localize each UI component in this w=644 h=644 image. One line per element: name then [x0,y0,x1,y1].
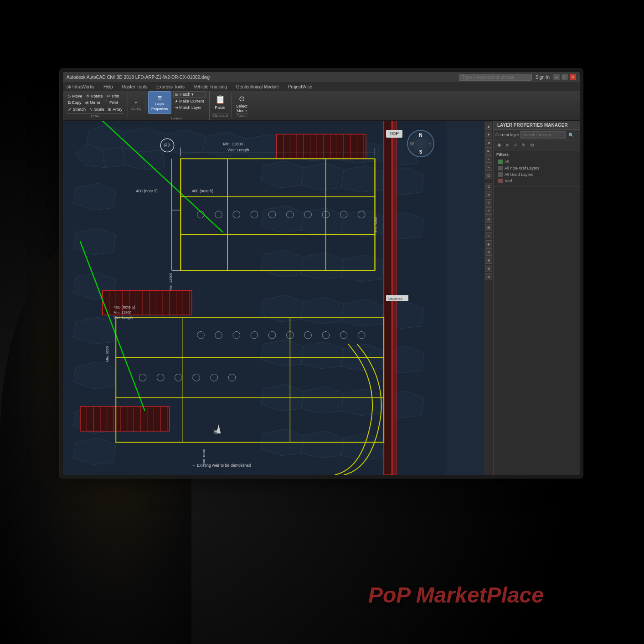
sign-in-text[interactable]: Sign In [536,75,550,80]
scale-button[interactable]: ⤡ Scale [88,107,106,112]
layer-sub-buttons: ⊟ Hatch ▾ ★ Make Current ⇥ Match Layer [173,91,206,110]
fillet-button[interactable]: ⌒ Fillet [103,99,120,106]
filter-used[interactable]: All Used Layers [496,171,577,178]
trim-button[interactable]: ✂ Trim [105,93,121,99]
move-button[interactable]: ▷ Move [67,93,84,99]
zoom-in-button[interactable]: + [485,155,492,163]
compass-west: W [410,141,414,146]
tool-button-12[interactable]: ⊚ [485,273,492,280]
scroll-up-button[interactable]: ▲ [485,123,492,130]
tool-button-7[interactable]: ≡ [485,232,492,239]
compass-widget: N S E W [407,130,434,157]
menu-help[interactable]: Help [102,83,115,90]
cad-drawing-area[interactable]: P2 400 (note 5) 400 (note 5) Min. 11800 … [63,121,446,475]
tool-button-10[interactable]: ⊗ [485,257,492,264]
ribbon-clipboard-group: 📋 Paste Clipboard [212,94,232,118]
ribbon-row-2: ⧉ Copy ⇌ Mirror ⌒ Fillet [67,99,124,106]
tool-button-3[interactable]: ✎ [485,199,492,206]
filter-all-icon [498,160,503,164]
tool-button-1[interactable]: ⊙ [485,183,492,190]
pan-left-button[interactable]: ◄ [485,139,492,146]
refresh-button[interactable]: ↻ [520,142,527,149]
svg-text:P2: P2 [164,143,170,148]
tool-button-9[interactable]: ⊘ [485,248,492,256]
monitor-bezel: Autodesk AutoCAD Civil 3D 2018 LFD-ARP-Z… [59,68,583,479]
ribbon-row-1: ▷ Move ↻ Rotate ✂ Trim [67,93,124,99]
compass-south: S [419,149,422,155]
tool-button-2[interactable]: ⊕ [485,191,492,198]
new-layer-button[interactable]: ✚ [495,142,503,149]
compass-north: N [419,133,422,138]
paste-button[interactable]: 📋 Paste [213,94,227,112]
svg-text:Weir Length: Weir Length [227,148,249,152]
svg-marker-12 [143,150,165,170]
zoom-out-button[interactable]: − [485,164,492,171]
filter-xref-icon [498,179,503,183]
menu-projectwise[interactable]: ProjectWise [286,83,314,90]
window-controls: ─ □ ✕ [553,74,576,80]
search-input[interactable] [459,74,532,81]
copy-button[interactable]: ⧉ Copy [67,99,83,106]
tool-button-11[interactable]: ⊜ [485,265,492,272]
svg-text:400 (note 5): 400 (note 5) [113,305,135,309]
pan-right-button[interactable]: ► [485,147,492,155]
delete-layer-button[interactable]: ✕ [504,142,511,149]
panel-toolbar-row1: Current layer 🔍 [494,130,580,140]
zoom-extents-button[interactable]: ⊡ [485,172,492,179]
layer-properties-button[interactable]: ≡ LayerProperties [148,91,171,114]
tool-button-5[interactable]: ◎ [485,216,492,223]
settings-button[interactable]: ⚙ [528,142,536,149]
top-view-button[interactable]: TOP [386,130,402,138]
svg-text:Min. 12400: Min. 12400 [169,273,173,290]
ribbon-layers-group: ≡ LayerProperties ⊟ Hatch ▾ ★ Make Curre… [148,91,210,120]
match-layer-button[interactable]: ⇥ Match Layer [173,105,206,110]
menu-express[interactable]: Express Tools [155,83,186,90]
svg-text:Min. 6200: Min. 6200 [202,448,206,464]
set-current-button[interactable]: ✓ [512,142,519,149]
maximize-button[interactable]: □ [562,74,568,80]
svg-text:400 (note 5): 400 (note 5) [136,189,158,193]
menu-vehicle[interactable]: Vehicle Tracking [192,83,229,90]
select-mode-button[interactable]: ⊙ SelectMode [235,94,249,112]
ribbon-touch-group: ⊙ SelectMode Touch [235,94,249,118]
svg-text:Min. 11800: Min. 11800 [113,310,131,314]
filter-xref[interactable]: Xref [496,178,577,184]
layer-search-button[interactable]: 🔍 [567,132,576,139]
title-bar: Autodesk AutoCAD Civil 3D 2018 LFD-ARP-Z… [63,72,580,82]
tool-button-4[interactable]: ⌖ [485,207,492,215]
make-current-button[interactable]: ★ Make Current [173,98,206,104]
close-button[interactable]: ✕ [570,74,576,80]
svg-text:Weir Length: Weir Length [113,315,133,319]
monitor-screen: Autodesk AutoCAD Civil 3D 2018 LFD-ARP-Z… [63,72,580,475]
filter-all[interactable]: All [496,159,577,165]
compass-east: E [428,141,432,146]
array-button[interactable]: ⊞ Array [107,107,124,112]
filters-section: Filters All All non-Xref Layers All Used… [494,150,580,186]
menu-geotechnical[interactable]: Geotechnical Module [234,83,281,90]
scroll-down-button[interactable]: ▼ [485,131,492,138]
layer-properties-panel: LAYER PROPERTIES MANAGER Current layer 🔍… [493,121,580,475]
menu-infraworks[interactable]: sk InfraWorks [65,83,96,90]
svg-text:400 (note 5): 400 (note 5) [192,189,214,193]
modify-section-label: Modify [131,107,142,111]
rotate-button[interactable]: ↻ Rotate [85,93,104,99]
touch-section-label: Touch [235,113,249,118]
hatch-button[interactable]: ⊟ Hatch ▾ [173,91,206,98]
stretch-button[interactable]: ⤢ Stretch [67,107,87,112]
compass-circle: N S E W [407,130,434,157]
tool-button-8[interactable]: ◈ [485,240,492,247]
clipboard-section-label: Clipboard [212,113,228,118]
modify-label: ▾ [135,100,137,105]
ribbon-toolbar: ▷ Move ↻ Rotate ✂ Trim ⧉ Copy ⇌ Mirror ⌒… [63,91,580,121]
filters-title: Filters [496,152,577,157]
filter-nonxref-label: All non-Xref Layers [505,166,540,170]
filter-all-label: All [505,160,509,164]
menu-raster[interactable]: Raster Tools [120,83,149,90]
filter-nonxref[interactable]: All non-Xref Layers [496,165,577,171]
filter-used-label: All Used Layers [505,172,533,177]
layer-search-input[interactable] [520,131,566,139]
minimize-button[interactable]: ─ [553,74,560,80]
panel-title: LAYER PROPERTIES MANAGER [494,121,580,130]
mirror-button[interactable]: ⇌ Mirror [84,99,102,106]
tool-button-6[interactable]: ⊞ [485,224,492,231]
